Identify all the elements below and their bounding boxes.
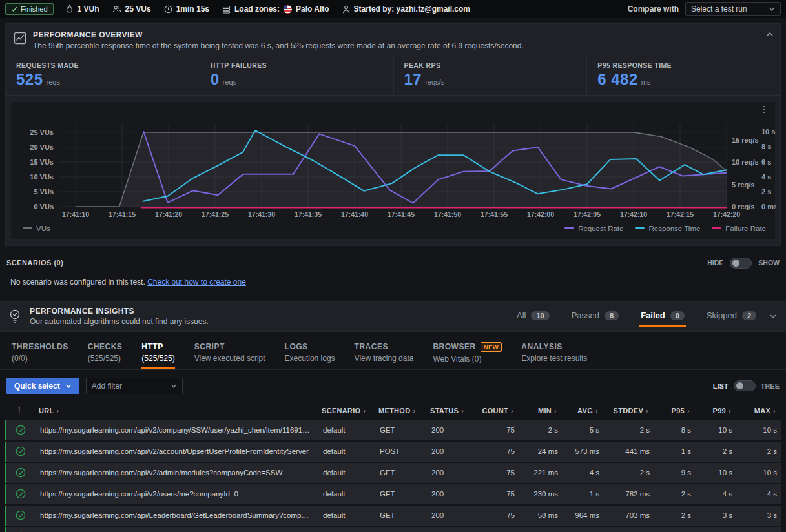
legend-item-response-time[interactable]: Response Time — [635, 225, 700, 232]
column-header-scenario[interactable]: SCENARIO› — [316, 407, 373, 414]
cell-url[interactable]: https://my.sugarlearning.com/api/v2/acco… — [35, 447, 318, 455]
table-row[interactable]: https://my.sugarlearning.com/api/v2/acco… — [5, 442, 781, 462]
column-header-method[interactable]: METHOD› — [373, 407, 425, 414]
svg-text:17:41:45: 17:41:45 — [388, 210, 415, 218]
tab-analysis[interactable]: ANALYSISExplore test results — [521, 342, 587, 369]
tab-sublabel: View executed script — [194, 354, 265, 363]
column-header-min[interactable]: MIN› — [519, 407, 562, 414]
us-flag-icon — [284, 5, 292, 14]
column-header-p99[interactable]: P99› — [695, 407, 736, 414]
insights-filters: All10Passed8Failed0Skipped2 — [515, 307, 758, 325]
cell-url[interactable]: https://my.sugarlearning.com/api/v2/user… — [35, 490, 318, 498]
topbar: Finished 1 VUh25 VUs1min 15sLoad zones:P… — [0, 0, 786, 18]
table-row[interactable]: https://my.sugarlearning.com/api/v2/admi… — [5, 463, 781, 483]
cell-p99: 3 s — [696, 511, 738, 519]
svg-text:17:41:40: 17:41:40 — [341, 210, 368, 218]
insights-filter-passed[interactable]: Passed8 — [570, 307, 621, 325]
tab-checks[interactable]: CHECKS(525/525) — [88, 342, 123, 369]
cell-url[interactable]: https://my.sugarlearning.com/api/v2/admi… — [35, 469, 318, 476]
cell-method: GET — [375, 426, 426, 434]
column-header-url[interactable]: URL› — [34, 407, 316, 414]
legend-swatch — [23, 227, 32, 229]
stat-unit: reqs/s — [425, 78, 444, 86]
tab-sublabel: (0/0) — [12, 354, 68, 363]
topbar-metric-2: 1min 15s — [164, 5, 209, 14]
layers-icon — [222, 5, 231, 14]
tab-label-text: BROWSER — [433, 342, 475, 351]
table-header-menu-icon[interactable]: ⋮ — [5, 406, 34, 414]
tab-http[interactable]: HTTP(525/525) — [141, 342, 174, 369]
tab-browser[interactable]: BROWSERNEWWeb Vitals (0) — [433, 342, 502, 369]
topbar-metric-3: Load zones:Palo Alto — [222, 5, 329, 14]
svg-text:10 s: 10 s — [761, 128, 775, 136]
compare-select-value: Select a test run — [691, 5, 747, 14]
cell-stddev: 2 s — [605, 426, 655, 434]
stat-value-row: 525reqs — [16, 70, 189, 88]
cell-url[interactable]: https://my.sugarlearning.com/api/v2/comp… — [35, 426, 318, 434]
tab-script[interactable]: SCRIPTView executed script — [194, 342, 265, 369]
table-row[interactable]: https://my.sugarlearning.comdefaultGET20… — [5, 527, 781, 532]
column-header-status[interactable]: STATUS› — [425, 407, 477, 414]
performance-overview-panel: PERFORMANCE OVERVIEW The 95th percentile… — [5, 23, 781, 246]
tab-logs[interactable]: LOGSExecution logs — [285, 342, 335, 369]
collapse-panel-icon[interactable] — [766, 30, 774, 38]
table-row[interactable]: https://my.sugarlearning.com/api/v2/comp… — [5, 420, 781, 440]
chart-menu-icon[interactable]: ⋮ — [760, 106, 769, 112]
tab-thresholds[interactable]: THRESHOLDS(0/0) — [12, 342, 68, 369]
create-scenario-link[interactable]: Check out how to create one — [147, 278, 246, 287]
cell-stddev: 441 ms — [605, 447, 655, 455]
tab-label: LOGS — [285, 342, 335, 351]
stat-label: P95 RESPONSE TIME — [597, 61, 770, 69]
overview-description: The 95th percentile response time of the… — [33, 41, 524, 50]
add-filter-select[interactable]: Add filter — [86, 378, 183, 394]
svg-text:5 VUs: 5 VUs — [34, 188, 54, 196]
svg-text:2 s: 2 s — [761, 188, 771, 196]
svg-text:15 req/s: 15 req/s — [732, 136, 759, 144]
cell-max: 3 s — [738, 511, 782, 519]
legend-item-failure-rate[interactable]: Failure Rate — [712, 225, 766, 232]
insights-filter-skipped[interactable]: Skipped2 — [705, 307, 758, 325]
cell-p99: 10 s — [696, 469, 738, 476]
result-tabs: THRESHOLDS(0/0)CHECKS(525/525)HTTP(525/5… — [0, 332, 786, 370]
svg-text:17:41:15: 17:41:15 — [109, 210, 136, 218]
legend-item-vus[interactable]: VUs — [23, 225, 50, 232]
insights-collapse-icon[interactable] — [769, 312, 777, 320]
svg-text:4 s: 4 s — [761, 173, 771, 181]
tab-sublabel: (525/525) — [88, 354, 123, 363]
svg-text:17:41:10: 17:41:10 — [62, 210, 89, 218]
insights-filter-failed[interactable]: Failed0 — [639, 307, 686, 325]
tab-label-text: LOGS — [285, 342, 308, 351]
table-row[interactable]: https://my.sugarlearning.com/api/v2/user… — [5, 484, 781, 504]
chevron-down-icon — [769, 6, 775, 12]
stat-value: 17 — [404, 70, 422, 88]
column-header-p95[interactable]: P95› — [654, 407, 695, 414]
column-header-avg[interactable]: AVG› — [562, 407, 603, 414]
hide-show-toggle[interactable] — [730, 258, 752, 269]
compare-select[interactable]: Select a test run — [685, 2, 781, 16]
sort-chevron-icon: › — [57, 407, 59, 414]
column-header-max[interactable]: MAX› — [736, 407, 781, 414]
legend-item-request-rate[interactable]: Request Rate — [564, 225, 623, 232]
column-header-count[interactable]: COUNT› — [477, 407, 519, 414]
insights-filter-all[interactable]: All10 — [515, 307, 551, 325]
stat-label: PEAK RPS — [404, 61, 577, 69]
divider — [70, 263, 701, 263]
topbar-metric-label: 1 VUh — [78, 5, 99, 14]
legend-swatch — [712, 227, 721, 229]
svg-text:17:42:10: 17:42:10 — [620, 210, 647, 218]
overview-chart[interactable]: 0 VUs5 VUs10 VUs15 VUs20 VUs25 VUs0 req/… — [11, 119, 776, 221]
quick-select-button[interactable]: Quick select — [6, 378, 79, 394]
column-header-stddev[interactable]: STDDEV› — [603, 407, 654, 414]
list-tree-toggle[interactable] — [734, 380, 756, 391]
svg-text:8 s: 8 s — [761, 143, 771, 150]
tab-traces[interactable]: TRACESView tracing data — [355, 342, 414, 369]
tab-sublabel: (525/525) — [141, 354, 174, 363]
tree-label: TREE — [761, 382, 780, 390]
legend-label: VUs — [36, 225, 50, 232]
cell-method: GET — [375, 490, 426, 498]
table-row[interactable]: https://my.sugarlearning.com/api/Leaderb… — [5, 506, 781, 526]
cell-avg: 573 ms — [563, 447, 605, 455]
svg-text:17:41:35: 17:41:35 — [295, 210, 322, 218]
cell-url[interactable]: https://my.sugarlearning.com/api/Leaderb… — [35, 511, 318, 519]
column-header-label: SCENARIO — [322, 407, 360, 414]
